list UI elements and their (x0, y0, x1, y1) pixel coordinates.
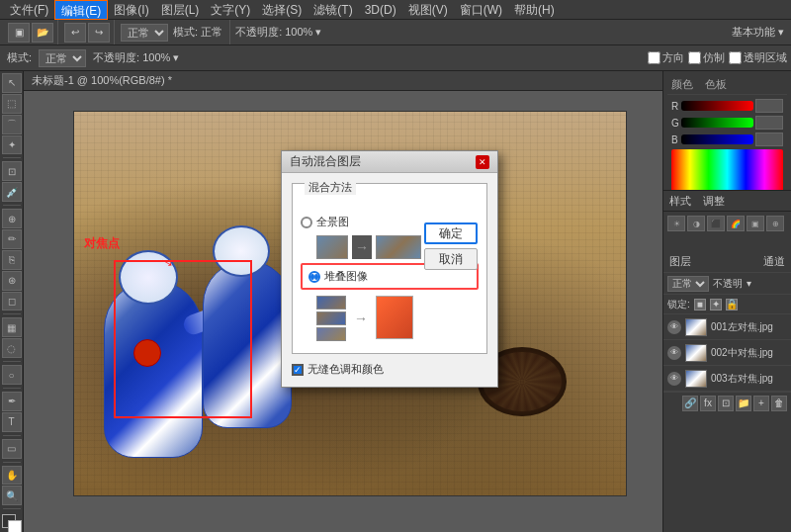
r-value[interactable]: 128 (755, 99, 783, 113)
menu-filter[interactable]: 滤镜(T) (308, 0, 358, 20)
layer-group-btn[interactable]: 📁 (736, 396, 751, 411)
menu-select[interactable]: 选择(S) (256, 0, 308, 20)
foreground-background-colors[interactable] (2, 514, 22, 532)
dialog-option-stack[interactable]: 堆叠图像 (308, 269, 471, 284)
layers-lock-row: 锁定: ■ ✦ 🔒 (663, 295, 791, 314)
layer-eye-2[interactable]: 👁 (667, 346, 681, 360)
layer-delete-btn[interactable]: 🗑 (771, 396, 787, 411)
tool-type[interactable]: T (2, 412, 22, 432)
tool-clone[interactable]: ⎘ (2, 250, 22, 270)
layers-mode-select[interactable]: 正常 (667, 276, 709, 292)
adj-btn-3[interactable]: ⬛ (707, 216, 725, 231)
tb2-alpha-check[interactable]: 透明区域 (729, 50, 787, 65)
tool-dodge[interactable]: ○ (2, 365, 22, 385)
dialog-close-btn[interactable]: ✕ (476, 155, 489, 169)
toolbar: ▣ 📂 ↩ ↪ 正常 模式: 正常 不透明度: 100% ▾ 基本功能 ▾ (0, 20, 791, 45)
layer-link-btn[interactable]: 🔗 (682, 396, 698, 411)
tb2-clone-check[interactable]: 仿制 (688, 50, 725, 65)
pano-arrow: → (352, 235, 372, 259)
pano-thumb-1 (316, 235, 348, 259)
r-slider[interactable] (681, 101, 753, 111)
tool-selection[interactable]: ⬚ (2, 94, 22, 114)
tool-hand[interactable]: ✋ (2, 466, 22, 486)
tool-shape[interactable]: ▭ (2, 439, 22, 459)
tool-zoom[interactable]: 🔍 (2, 486, 22, 505)
tool-eyedropper[interactable]: 💉 (2, 182, 22, 202)
adj-btn-5[interactable]: ▣ (747, 216, 764, 231)
channels-title[interactable]: 通道 (763, 254, 785, 269)
panorama-label: 全景图 (316, 215, 349, 229)
tb2-mode-select[interactable]: 正常 (39, 49, 86, 67)
dialog-checkbox-row[interactable]: 无缝色调和颜色 (292, 362, 487, 377)
menu-view[interactable]: 视图(V) (402, 0, 454, 20)
basic-label: 基本功能 ▾ (729, 25, 787, 40)
lock-btn-3[interactable]: 🔒 (726, 299, 738, 310)
tool-heal[interactable]: ⊕ (2, 209, 22, 228)
tool-magic-wand[interactable]: ✦ (2, 135, 22, 155)
right-panel: 颜色 色板 R 128 G 96 B 64 (662, 71, 791, 532)
tool-blur[interactable]: ◌ (2, 338, 22, 358)
tool-crop[interactable]: ⊡ (2, 161, 22, 181)
dialog: 自动混合图层 ✕ 混合方法 全景图 (281, 150, 498, 388)
canvas-tab[interactable]: 未标题-1 @ 100%(RGB/8#) * (24, 71, 662, 91)
clone-checkbox[interactable] (688, 51, 701, 64)
dialog-title-bar[interactable]: 自动混合图层 ✕ (282, 151, 497, 173)
mode-select[interactable]: 正常 (121, 24, 168, 42)
g-value[interactable]: 96 (755, 116, 783, 130)
seamless-checkbox[interactable] (292, 364, 304, 376)
dialog-group-title: 混合方法 (305, 180, 356, 195)
swatch-tab[interactable]: 色板 (705, 78, 727, 90)
lock-btn-2[interactable]: ✦ (710, 299, 722, 310)
layer-eye-3[interactable]: 👁 (667, 372, 681, 386)
style-tab[interactable]: 样式 (663, 194, 697, 209)
layers-title[interactable]: 图层 (669, 254, 691, 269)
alpha-checkbox[interactable] (729, 51, 742, 64)
adj-btn-2[interactable]: ◑ (687, 216, 705, 231)
menu-help[interactable]: 帮助(H) (508, 0, 561, 20)
tool-divider-4 (3, 361, 21, 362)
layer-eye-1[interactable]: 👁 (667, 320, 681, 334)
layer-row-2[interactable]: 👁 002中对焦.jpg (663, 340, 791, 366)
dialog-cancel-btn[interactable]: 取消 (424, 248, 478, 270)
tool-lasso[interactable]: ⌒ (2, 115, 22, 134)
adj-btn-1[interactable]: ☀ (667, 216, 685, 231)
adj-btn-4[interactable]: 🌈 (727, 216, 745, 231)
layer-fx-btn[interactable]: fx (700, 396, 716, 411)
tool-gradient[interactable]: ▦ (2, 317, 22, 337)
b-slider[interactable] (681, 134, 753, 144)
toolbar-redo-btn[interactable]: ↪ (88, 23, 110, 43)
tool-history-brush[interactable]: ⊛ (2, 271, 22, 291)
menu-window[interactable]: 窗口(W) (454, 0, 508, 20)
menu-3d[interactable]: 3D(D) (359, 0, 402, 20)
layer-add-btn[interactable]: + (753, 396, 769, 411)
tool-pen[interactable]: ✒ (2, 392, 22, 411)
toolbar-open-btn[interactable]: 📂 (32, 23, 53, 43)
menu-file[interactable]: 文件(F) (4, 0, 54, 20)
direction-checkbox[interactable] (648, 51, 660, 64)
tb2-direction-check[interactable]: 方向 (648, 50, 684, 65)
menu-edit[interactable]: 编辑(E) (54, 0, 108, 20)
layer-row-1[interactable]: 👁 001左对焦.jpg (663, 314, 791, 340)
layer-row-3[interactable]: 👁 003右对焦.jpg (663, 366, 791, 392)
panorama-radio[interactable] (301, 217, 312, 228)
g-label: G (671, 118, 679, 129)
menu-text[interactable]: 文字(Y) (205, 0, 256, 20)
color-tab[interactable]: 颜色 (671, 78, 693, 90)
tool-eraser[interactable]: ◻ (2, 292, 22, 311)
g-slider[interactable] (681, 118, 753, 128)
menu-layer[interactable]: 图层(L) (155, 0, 206, 20)
toolbar-new-btn[interactable]: ▣ (8, 23, 30, 43)
stack-radio[interactable] (308, 271, 320, 283)
lock-btn-1[interactable]: ■ (694, 299, 706, 310)
adj-btn-6[interactable]: ⊕ (766, 216, 784, 231)
b-value[interactable]: 64 (755, 133, 783, 146)
canvas-content[interactable]: 对焦点 → 自动混合图层 ✕ 混合方法 (24, 91, 662, 532)
adjustments-tab[interactable]: 调整 (697, 194, 731, 209)
layer-mask-btn[interactable]: ⊡ (718, 396, 734, 411)
dialog-ok-btn[interactable]: 确定 (424, 222, 478, 244)
menu-image[interactable]: 图像(I) (108, 0, 154, 20)
tool-move[interactable]: ↖ (2, 73, 22, 93)
toolbar-undo-btn[interactable]: ↩ (64, 23, 86, 43)
layer-name-1: 001左对焦.jpg (711, 320, 787, 334)
tool-brush[interactable]: ✏ (2, 229, 22, 249)
